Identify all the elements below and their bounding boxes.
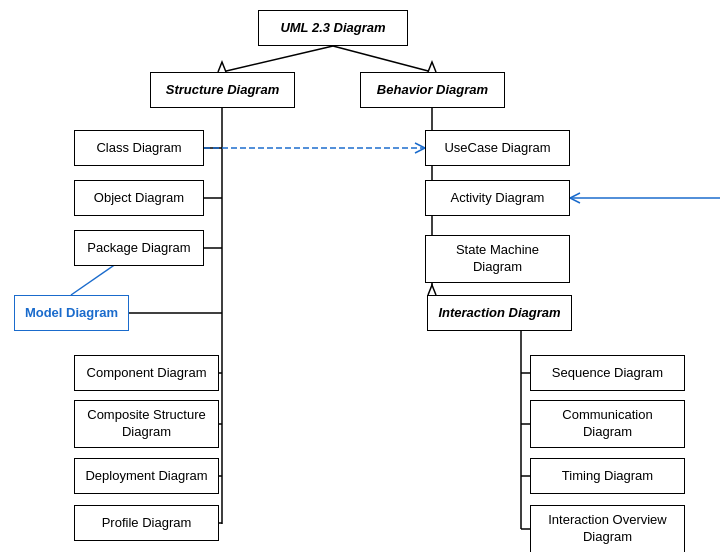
diagram-container: UML 2.3 Diagram Structure Diagram Behavi… <box>0 0 720 552</box>
profile-diagram-node: Profile Diagram <box>74 505 219 541</box>
interaction-diagram-node: Interaction Diagram <box>427 295 572 331</box>
usecase-diagram-node: UseCase Diagram <box>425 130 570 166</box>
uml-diagram-node: UML 2.3 Diagram <box>258 10 408 46</box>
object-diagram-node: Object Diagram <box>74 180 204 216</box>
component-diagram-node: Component Diagram <box>74 355 219 391</box>
package-diagram-node: Package Diagram <box>74 230 204 266</box>
class-diagram-node: Class Diagram <box>74 130 204 166</box>
sequence-diagram-node: Sequence Diagram <box>530 355 685 391</box>
statemachine-diagram-node: State Machine Diagram <box>425 235 570 283</box>
composite-diagram-node: Composite Structure Diagram <box>74 400 219 448</box>
behavior-diagram-node: Behavior Diagram <box>360 72 505 108</box>
deployment-diagram-node: Deployment Diagram <box>74 458 219 494</box>
activity-diagram-node: Activity Diagram <box>425 180 570 216</box>
communication-diagram-node: Communication Diagram <box>530 400 685 448</box>
structure-diagram-node: Structure Diagram <box>150 72 295 108</box>
svg-line-1 <box>333 46 432 72</box>
timing-diagram-node: Timing Diagram <box>530 458 685 494</box>
interactionoverview-diagram-node: Interaction Overview Diagram <box>530 505 685 552</box>
svg-line-0 <box>222 46 333 72</box>
model-diagram-node: Model Diagram <box>14 295 129 331</box>
